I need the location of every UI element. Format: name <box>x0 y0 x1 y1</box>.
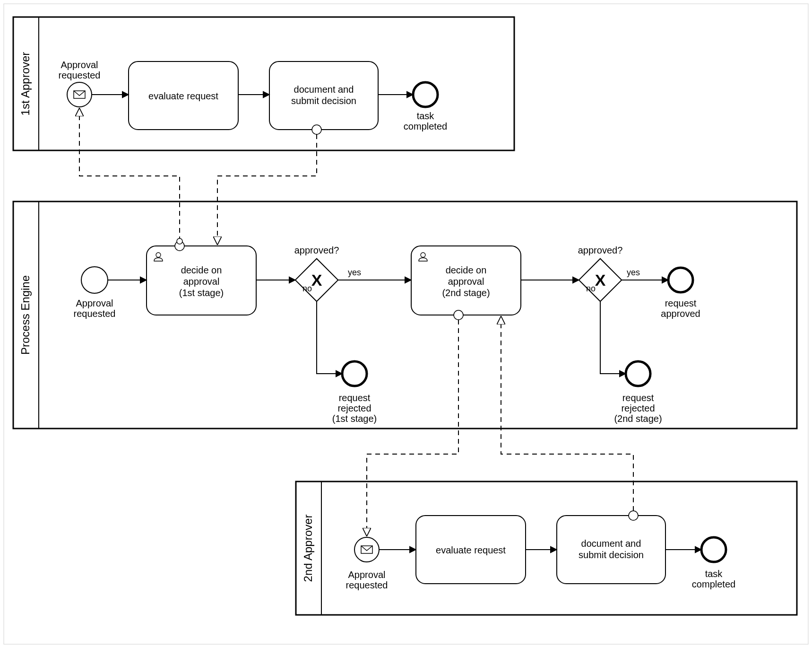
message-icon <box>74 91 85 98</box>
svg-text:rejected: rejected <box>621 403 655 413</box>
svg-point-11 <box>413 82 438 107</box>
svg-text:completed: completed <box>404 121 447 131</box>
boundary-event-icon <box>454 310 463 320</box>
svg-text:approved: approved <box>661 308 700 319</box>
boundary-event-icon <box>312 125 321 134</box>
svg-text:evaluate request: evaluate request <box>436 545 506 555</box>
svg-point-33 <box>668 268 693 292</box>
task-decide-approval-1st: decide on approval (1st stage) <box>147 241 256 315</box>
svg-text:(2nd stage): (2nd stage) <box>442 288 490 298</box>
svg-text:(2nd stage): (2nd stage) <box>614 413 662 424</box>
svg-text:approved?: approved? <box>578 245 623 255</box>
svg-text:decide on: decide on <box>181 265 222 275</box>
svg-text:submit decision: submit decision <box>579 550 644 560</box>
svg-text:requested: requested <box>346 580 388 590</box>
x-icon: X <box>595 271 606 289</box>
svg-text:task: task <box>705 569 723 579</box>
svg-text:completed: completed <box>692 579 735 589</box>
svg-text:approved?: approved? <box>294 245 339 255</box>
svg-text:no: no <box>302 284 312 293</box>
message-source-icon <box>177 238 182 244</box>
svg-text:rejected: rejected <box>337 403 371 413</box>
svg-text:yes: yes <box>348 268 361 277</box>
svg-text:(1st stage): (1st stage) <box>332 413 377 424</box>
svg-text:yes: yes <box>627 268 640 277</box>
svg-text:requested: requested <box>59 70 101 80</box>
svg-text:decide on: decide on <box>446 265 487 275</box>
task-document-submit-1: document and submit decision <box>269 61 378 134</box>
svg-text:requested: requested <box>74 308 116 319</box>
task-document-submit-2: document and submit decision <box>557 511 665 584</box>
lane-title-2: Process Engine <box>19 275 32 355</box>
svg-text:no: no <box>586 284 596 293</box>
lane-1st-approver: 1st Approver Approval requested evaluate… <box>13 17 514 150</box>
task-evaluate-request-1: evaluate request <box>129 61 238 130</box>
lane-title-3: 2nd Approver <box>302 515 314 582</box>
task-decide-approval-2nd: decide on approval (2nd stage) <box>411 246 521 320</box>
svg-text:document and: document and <box>581 538 641 549</box>
svg-text:Approval: Approval <box>348 569 386 580</box>
svg-point-59 <box>701 537 726 562</box>
svg-point-36 <box>342 361 367 386</box>
svg-point-27 <box>421 253 425 257</box>
boundary-event-icon <box>629 511 638 520</box>
svg-text:document and: document and <box>294 84 354 95</box>
svg-text:approval: approval <box>183 276 220 287</box>
x-icon: X <box>311 271 322 289</box>
svg-point-40 <box>626 361 650 386</box>
lane-2nd-approver: 2nd Approver Approval requested evaluate… <box>296 482 797 615</box>
bpmn-diagram: 1st Approver Approval requested evaluate… <box>0 0 812 648</box>
svg-text:Approval: Approval <box>76 298 113 308</box>
svg-text:evaluate request: evaluate request <box>148 91 218 101</box>
svg-text:request: request <box>665 298 697 308</box>
svg-text:request: request <box>622 393 654 403</box>
lane-process-engine: Process Engine Approval requested decide… <box>13 201 797 429</box>
svg-text:approval: approval <box>448 276 484 287</box>
svg-point-16 <box>81 267 108 293</box>
svg-text:Approval: Approval <box>61 60 98 70</box>
svg-text:task: task <box>417 111 435 121</box>
task-evaluate-request-2: evaluate request <box>416 516 526 584</box>
message-icon <box>361 546 372 553</box>
svg-point-20 <box>156 253 161 257</box>
svg-text:submit decision: submit decision <box>291 96 356 106</box>
svg-text:(1st stage): (1st stage) <box>179 288 224 298</box>
lane-title-1: 1st Approver <box>19 52 32 116</box>
svg-text:request: request <box>339 393 371 403</box>
